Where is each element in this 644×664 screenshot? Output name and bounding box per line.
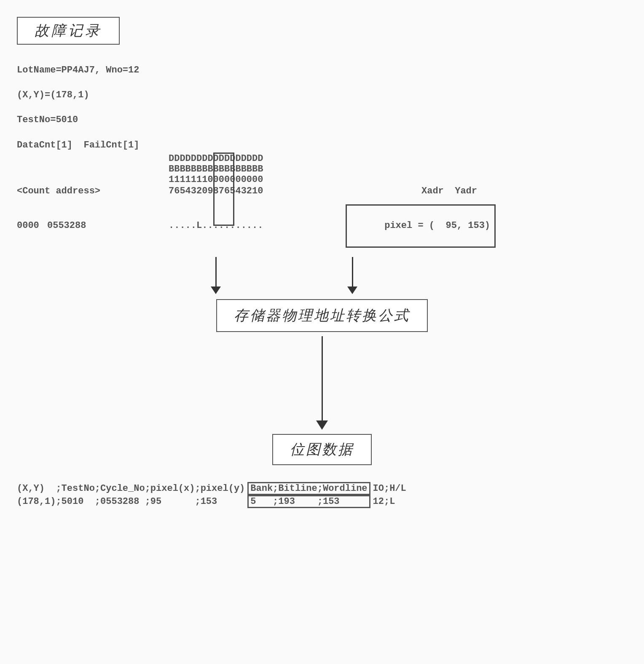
data-address: 0553288 [47,220,169,233]
bitmap-data-box: 位图数据 [272,434,372,465]
final-header-highlight: Bank;Bitline;Wordline [247,482,370,495]
final-header-right: IO;H/L [373,483,406,494]
cnt-line: DataCnt[1] FailCnt[1] [17,140,139,150]
arrows-to-formula [211,256,627,295]
formula-box: 存储器物理地址转换公式 [216,299,428,332]
arrow-down-icon [347,257,357,294]
testno-line: TestNo=5010 [17,115,78,125]
count-address-label: <Count address> [17,185,169,198]
final-row-right: 12;L [373,496,395,507]
final-header-mid: Bank;Bitline;Wordline [250,483,367,494]
fault-record-title: 故障记录 [17,17,120,45]
data-bits: .....L........... [169,220,346,233]
bit-header-l2: BBBBBBBBBBBBBBBBB [169,164,627,174]
pixel-text: pixel = ( 95, 153) [384,220,490,231]
data-count: 0000 [17,220,47,233]
info-block: LotName=PP4AJ7, Wno=12 (X,Y)=(178,1) Tes… [17,51,627,152]
bit-header-l4: 76543209876543210 [169,185,346,198]
fault-record-title-text: 故障记录 [35,23,102,38]
bit-header-l3: 11111110000000000 [169,174,627,185]
final-row-mid: 5 ;193 ;153 [250,496,367,507]
xy-line: (X,Y)=(178,1) [17,90,89,100]
final-row-highlight: 5 ;193 ;153 [247,495,370,508]
data-block: DDDDDDDDDDDDDDDDD BBBBBBBBBBBBBBBBB 1111… [17,153,627,248]
final-block: (X,Y) ;TestNo;Cycle_No;pixel(x);pixel(y)… [17,482,627,508]
bitmap-label: 位图数据 [290,442,354,457]
bit-header-l1: DDDDDDDDDDDDDDDDD [169,153,627,164]
pixel-highlight-box: pixel = ( 95, 153) [346,204,496,247]
xy-header-label: Xadr Yadr [421,185,477,198]
arrow-down-icon [211,257,221,294]
arrow-down-long-icon [316,336,328,430]
final-header-left: (X,Y) ;TestNo;Cycle_No;pixel(x);pixel(y) [17,483,245,494]
formula-label: 存储器物理地址转换公式 [234,308,410,323]
final-row-left: (178,1);5010 ;0553288 ;95 ;153 [17,496,245,507]
lot-line: LotName=PP4AJ7, Wno=12 [17,65,139,75]
